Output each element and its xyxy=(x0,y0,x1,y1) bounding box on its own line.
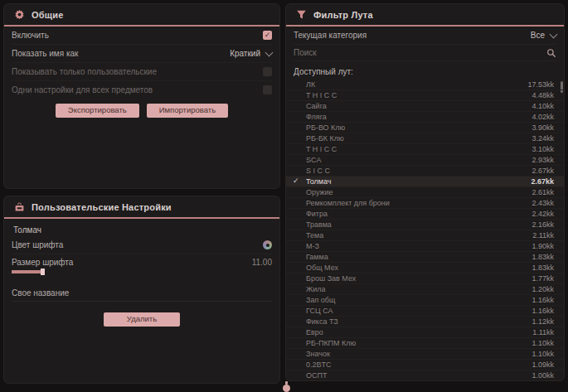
user-settings-title: Пользовательские Настройки xyxy=(32,202,172,212)
loot-item-row[interactable]: Общ Мех1.83kk xyxy=(286,263,564,273)
chevron-down-icon xyxy=(550,30,558,38)
loot-item-row[interactable]: М-З1.90kk xyxy=(286,241,564,252)
loot-item-name: ОСПТ xyxy=(306,371,532,380)
import-button[interactable]: Импортировать xyxy=(147,104,228,118)
loot-item-row[interactable]: ОСПТ1.00kk xyxy=(286,370,564,380)
drag-handle-knob xyxy=(283,385,290,392)
loot-item-value: 3.10kk xyxy=(532,145,554,153)
same-settings-checkbox[interactable] xyxy=(263,85,272,94)
loot-item-name: ГСЦ СА xyxy=(306,307,532,315)
loot-item-value: 4.10kk xyxy=(532,102,554,110)
font-size-label: Размер шрифта xyxy=(12,258,73,267)
loot-item-row[interactable]: Евро1.11kk xyxy=(286,327,564,338)
font-size-slider[interactable] xyxy=(12,270,272,274)
loot-item-name: Жила xyxy=(306,285,532,293)
loot-item-value: 2.42kk xyxy=(532,210,554,218)
loot-item-value: 4.48kk xyxy=(532,91,554,99)
enable-checkbox[interactable]: ✓ xyxy=(263,31,272,40)
loot-item-row[interactable]: Зап общ1.16kk xyxy=(286,295,564,306)
loot-item-row[interactable]: ГСЦ СА1.16kk xyxy=(286,306,564,317)
user-settings-header: Пользовательские Настройки xyxy=(4,196,279,219)
search-icon[interactable] xyxy=(546,48,556,58)
loot-filter-title: Фильтр Лута xyxy=(313,10,373,20)
show-name-as-value: Краткий xyxy=(230,49,260,58)
show-name-as-label: Показать имя как xyxy=(12,49,78,58)
color-wheel-icon[interactable] xyxy=(263,240,272,249)
loot-item-value: 17.53kk xyxy=(527,80,554,89)
loot-item-name: РБ-ВО Клю xyxy=(306,123,532,132)
loot-item-name: SCA xyxy=(306,156,532,164)
loot-item-value: 2.67kk xyxy=(531,177,554,186)
show-name-as-select[interactable]: Краткий xyxy=(230,49,272,58)
loot-item-name: Ремкомплект для брони xyxy=(306,199,532,207)
export-button[interactable]: Экспортировать xyxy=(56,104,139,118)
loot-item-name: Тема xyxy=(306,231,532,240)
loot-item-value: 1.16kk xyxy=(532,307,554,315)
loot-item-name: Значок xyxy=(306,350,532,358)
loot-item-value: 4.02kk xyxy=(532,113,554,121)
loot-item-value: 1.83kk xyxy=(532,264,554,272)
loot-item-row[interactable]: Фикса ТЗ1.12kk xyxy=(286,317,564,327)
delete-button[interactable]: Удалить xyxy=(104,312,180,327)
category-select[interactable]: Все xyxy=(531,31,556,40)
user-settings-panel: Пользовательские Настройки Толмач Цвет ш… xyxy=(3,196,280,384)
loot-item-row[interactable]: Ремкомплект для брони2.43kk xyxy=(286,198,564,209)
available-loot-label: Доступный лут: xyxy=(294,67,556,76)
font-color-label: Цвет шрифта xyxy=(12,240,63,249)
loot-item-row[interactable]: Фляга4.02kk xyxy=(286,112,564,123)
loot-item-row[interactable]: Брош Зав Мех1.77kk xyxy=(286,273,564,284)
loot-item-row[interactable]: S I C C2.67kk xyxy=(286,166,564,177)
loot-item-row[interactable]: Сайга4.10kk xyxy=(286,101,564,112)
loot-item-name: РБ-БК Клю xyxy=(306,134,532,143)
loot-item-row[interactable]: Жила1.20kk xyxy=(286,284,564,295)
loot-item-value: 2.11kk xyxy=(532,231,554,240)
font-size-value: 11.00 xyxy=(252,258,272,267)
loot-item-name: Гамма xyxy=(306,253,532,261)
general-buttons: Экспортировать Импортировать xyxy=(4,104,279,118)
loot-item-name: Травма xyxy=(306,220,532,229)
loot-item-value: 1.20kk xyxy=(532,285,554,293)
loot-item-row[interactable]: 0.2BTC1.09kk xyxy=(286,360,564,370)
loot-item-row[interactable]: ЛК17.53kk xyxy=(286,80,564,90)
search-input[interactable] xyxy=(294,48,546,57)
same-settings-label: Одни настройки для всех предметов xyxy=(12,85,153,94)
loot-item-name: T H I C C xyxy=(306,91,532,99)
loot-item-name: Сайга xyxy=(306,102,532,110)
loot-item-value: 3.90kk xyxy=(532,123,554,132)
loot-item-row[interactable]: РБ-ВО Клю3.90kk xyxy=(286,123,564,133)
font-size-row: Размер шрифта 11.00 xyxy=(12,254,272,269)
loot-item-row[interactable]: Оружие2.61kk xyxy=(286,187,564,198)
loot-list: ЛК17.53kkT H I C C4.48kkСайга4.10kkФляга… xyxy=(286,80,564,380)
loot-item-row[interactable]: РБ-БК Клю3.24kk xyxy=(286,133,564,144)
loot-item-row[interactable]: Фитра2.42kk xyxy=(286,209,564,220)
loot-item-row[interactable]: T H I C C4.48kk xyxy=(286,90,564,101)
general-settings-panel: Общие Включить ✓ Показать имя как Кратки… xyxy=(3,3,280,189)
loot-item-row[interactable]: ✓Толмач2.67kk xyxy=(286,177,564,187)
loot-item-row[interactable]: Гамма1.83kk xyxy=(286,252,564,263)
font-size-slider-handle[interactable] xyxy=(41,269,45,275)
loot-item-value: 2.16kk xyxy=(532,220,554,229)
loot-filter-panel: Фильтр Лута Текущая категория Все Доступ… xyxy=(285,3,565,381)
check-icon: ✓ xyxy=(293,177,299,185)
loot-item-row[interactable]: T H I C C3.10kk xyxy=(286,144,564,155)
search-row xyxy=(294,45,556,61)
loot-item-row[interactable]: Тема2.11kk xyxy=(286,230,564,241)
loot-item-row[interactable]: Значок1.10kk xyxy=(286,349,564,360)
loot-item-value: 1.90kk xyxy=(532,242,554,250)
loot-item-name: T H I C C xyxy=(306,145,532,153)
drag-handle[interactable] xyxy=(282,381,290,392)
general-panel-header: Общие xyxy=(4,4,279,27)
loot-item-value: 2.67kk xyxy=(532,167,554,175)
user-settings-buttons: Удалить xyxy=(4,312,279,327)
only-custom-checkbox[interactable] xyxy=(263,67,272,76)
loot-item-row[interactable]: РБ-ПКПМ Клю1.10kk xyxy=(286,338,564,349)
loot-item-value: 2.61kk xyxy=(532,188,554,196)
loot-item-value: 1.09kk xyxy=(532,361,554,369)
loot-item-name: Оружие xyxy=(306,188,532,196)
loot-item-value: 1.10kk xyxy=(532,350,554,358)
loot-item-row[interactable]: Травма2.16kk xyxy=(286,220,564,230)
loot-item-row[interactable]: SCA2.93kk xyxy=(286,155,564,166)
funnel-icon xyxy=(296,9,307,20)
custom-name-input[interactable]: Свое название xyxy=(12,284,272,302)
font-color-row: Цвет шрифта xyxy=(12,236,272,254)
